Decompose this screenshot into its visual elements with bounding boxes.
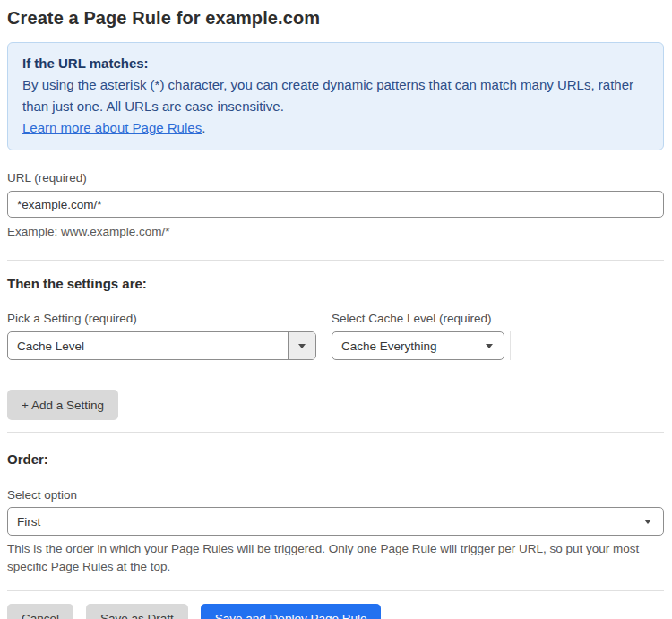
settings-selects-row: Cache Level Cache Everything [7,331,664,360]
learn-more-link[interactable]: Learn more about Page Rules [22,120,202,135]
info-box-link-line: Learn more about Page Rules. [22,117,649,139]
page-title: Create a Page Rule for example.com [7,8,664,29]
footer-button-bar: Cancel Save as Draft Save and Deploy Pag… [7,604,664,619]
info-box-body: By using the asterisk (*) character, you… [22,74,649,117]
pick-setting-value: Cache Level [8,340,288,353]
settings-section-heading: Then the settings are: [7,276,664,291]
chevron-down-icon [644,520,651,524]
setting-row-divider [510,331,511,360]
chevron-down-segment[interactable] [288,332,315,359]
order-select[interactable]: First [7,507,664,536]
order-section-heading: Order: [7,451,664,467]
order-helper-text: This is the order in which your Page Rul… [7,540,652,576]
cache-level-select[interactable]: Cache Everything [332,331,504,360]
cache-level-label: Select Cache Level (required) [332,312,492,325]
info-box-heading: If the URL matches: [22,53,649,74]
order-select-value: First [17,515,40,529]
chevron-down-icon [298,344,306,348]
page-rule-form: Create a Page Rule for example.com If th… [0,0,672,619]
divider [7,590,664,591]
save-and-deploy-button[interactable]: Save and Deploy Page Rule [201,604,382,619]
cache-level-value: Cache Everything [341,340,437,353]
divider [7,260,664,261]
link-period: . [202,120,205,135]
divider [7,432,664,433]
pick-setting-select[interactable]: Cache Level [7,331,316,360]
url-helper-text: Example: www.example.com/* [7,223,664,241]
cancel-button[interactable]: Cancel [7,604,73,619]
add-setting-button[interactable]: + Add a Setting [7,390,118,420]
settings-labels-row: Pick a Setting (required) Select Cache L… [7,312,664,325]
url-match-info-box: If the URL matches: By using the asteris… [7,42,664,150]
pick-setting-label: Pick a Setting (required) [7,312,332,325]
url-input[interactable] [7,191,664,218]
chevron-down-icon [486,344,493,348]
order-select-label: Select option [7,488,664,502]
save-as-draft-button[interactable]: Save as Draft [86,604,188,619]
url-field-label: URL (required) [7,171,664,185]
